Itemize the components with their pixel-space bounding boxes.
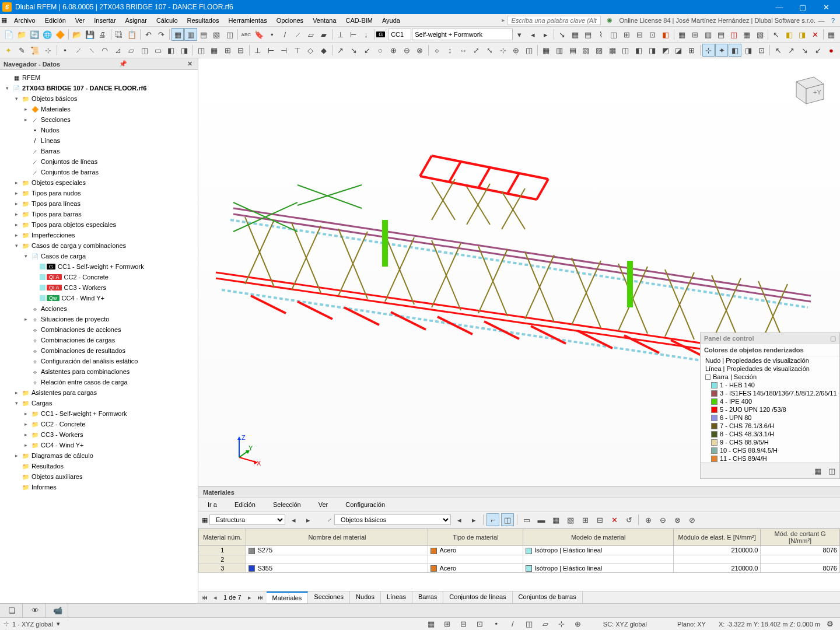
tree-item[interactable]: ⟐ Combinaciones de resultados: [1, 345, 197, 356]
tree-item[interactable]: ▸ 📁 Objetos especiales: [1, 177, 197, 188]
refresh-button[interactable]: 🔄: [28, 28, 40, 41]
j4[interactable]: ◨: [742, 44, 755, 57]
tree-item[interactable]: 📁 Informes: [1, 482, 197, 492]
table-tab-Nudos[interactable]: Nudos: [350, 592, 381, 603]
g4[interactable]: ○: [374, 44, 387, 57]
tree-item[interactable]: ⟋ Barras: [1, 146, 197, 156]
new-file-button[interactable]: 📄: [2, 28, 15, 41]
tree-item[interactable]: ▦ RFEM: [1, 72, 197, 83]
cp-section-item[interactable]: 4 - IPE 400: [709, 397, 839, 405]
f5[interactable]: ◇: [304, 44, 317, 57]
script-btn[interactable]: 📜: [29, 44, 41, 57]
menu-insertar[interactable]: Insertar: [89, 16, 120, 25]
k1[interactable]: ↖: [772, 44, 785, 57]
material-row[interactable]: 3 S355 Acero Isótropo | Elástico lineal …: [199, 564, 840, 573]
tt11[interactable]: ⊕: [642, 513, 654, 526]
minimize-button[interactable]: —: [768, 0, 791, 14]
close-button[interactable]: ✕: [814, 0, 838, 14]
tree-item[interactable]: ▸ 🔶 Materiales: [1, 104, 197, 114]
globe-button[interactable]: 🌐: [41, 28, 54, 41]
menu-opciones[interactable]: Opciones: [272, 16, 308, 25]
structure-select[interactable]: Estructura: [209, 514, 285, 525]
f2[interactable]: ⊢: [264, 44, 277, 57]
obj-prev[interactable]: ◂: [453, 513, 466, 526]
view-btn-2[interactable]: ▧: [211, 28, 223, 41]
cp-section-item[interactable]: 8 - CHS 48.3/3.1/H: [709, 430, 839, 438]
del-btn[interactable]: ✕: [809, 28, 821, 41]
d8[interactable]: ▭: [152, 44, 164, 57]
menu-ver[interactable]: Ver: [71, 16, 90, 25]
tree-item[interactable]: ▸ 📁 Imperfecciones: [1, 230, 197, 240]
g6[interactable]: ⊖: [400, 44, 413, 57]
tree-item[interactable]: ▾ 📁 Cargas: [1, 398, 197, 408]
g2[interactable]: ↘: [348, 44, 360, 57]
bb1[interactable]: ❏: [6, 604, 19, 617]
h2[interactable]: ↕: [443, 44, 456, 57]
copy-button[interactable]: ⿻: [113, 28, 125, 41]
j3[interactable]: ◧: [729, 44, 741, 57]
tree-loadcase[interactable]: QI ACC3 - Workers: [1, 282, 197, 293]
tree-item[interactable]: ▸ 📁 Tipos para barras: [1, 209, 197, 219]
tag-button[interactable]: 🔖: [253, 28, 265, 41]
mat-menu-Ir a[interactable]: Ir a: [203, 500, 222, 509]
h3[interactable]: ↔: [457, 44, 470, 57]
prev-lc[interactable]: ◂: [527, 28, 539, 41]
table-tab-Conjuntos de líneas[interactable]: Conjuntos de líneas: [443, 592, 512, 603]
wire-button[interactable]: ▥: [184, 28, 197, 41]
i9[interactable]: ◨: [646, 44, 659, 57]
k4[interactable]: ↙: [811, 44, 824, 57]
tool-a[interactable]: ⊞: [689, 28, 701, 41]
d4[interactable]: ◠: [99, 44, 111, 57]
tool-b[interactable]: ▥: [702, 28, 714, 41]
mat-menu-Ver[interactable]: Ver: [314, 500, 333, 509]
sb4[interactable]: ⊡: [474, 618, 487, 631]
prev-page[interactable]: ◂: [211, 593, 220, 603]
star-btn[interactable]: ✦: [2, 44, 15, 57]
i12[interactable]: ⊞: [685, 44, 698, 57]
material-row[interactable]: 1 S275 Acero Isótropo | Elástico lineal …: [199, 546, 840, 555]
tree-item[interactable]: 📁 Resultados: [1, 461, 197, 471]
d7[interactable]: ◫: [138, 44, 151, 57]
save-button[interactable]: 💾: [83, 28, 96, 41]
tree-item[interactable]: ▾ 📁 Casos de carga y combinaciones: [1, 240, 197, 251]
tree-item[interactable]: ▸ 📁 CC4 - Wind Y+: [1, 440, 197, 450]
view-cube[interactable]: +Y: [788, 70, 828, 111]
solid-button[interactable]: ▰: [317, 28, 330, 41]
sb1[interactable]: ▦: [425, 618, 438, 631]
wand-btn[interactable]: ✎: [16, 44, 29, 57]
d10[interactable]: ◨: [178, 44, 191, 57]
3d-viewport[interactable]: Z X Y +Y Panel de control▢ Colores de ob…: [198, 58, 840, 487]
cube2-btn[interactable]: ◨: [796, 28, 808, 41]
undo-button[interactable]: ↶: [142, 28, 155, 41]
h5[interactable]: ⤡: [484, 44, 496, 57]
tt14[interactable]: ⊘: [685, 513, 698, 526]
tree-item[interactable]: ▸ 📁 Diagramas de cálculo: [1, 450, 197, 461]
cp-section-item[interactable]: 7 - CHS 76.1/3.6/H: [709, 422, 839, 430]
k2[interactable]: ↗: [785, 44, 798, 57]
last-page[interactable]: ⏭: [254, 593, 267, 602]
sb5[interactable]: •: [490, 618, 503, 631]
cc-number-input[interactable]: [388, 29, 411, 40]
h4[interactable]: ⤢: [470, 44, 483, 57]
tt13[interactable]: ⊗: [671, 513, 684, 526]
tool-e[interactable]: ▦: [741, 28, 753, 41]
grid-btn[interactable]: ⊞: [621, 28, 633, 41]
mat-menu-Configuración[interactable]: Configuración: [341, 500, 390, 509]
navigator-pin-icon[interactable]: 📌: [117, 60, 129, 68]
menu-edición[interactable]: Edición: [40, 16, 71, 25]
tree-item[interactable]: 📁 Objetos auxiliares: [1, 471, 197, 482]
cp-section-item[interactable]: 3 - IS1FES 145/180/136/7.5/8/12.2/65/11: [709, 389, 839, 397]
i7[interactable]: ◫: [620, 44, 632, 57]
grid2-btn[interactable]: ⊟: [634, 28, 646, 41]
tt1[interactable]: ⌐: [487, 513, 499, 526]
f4[interactable]: ⊤: [291, 44, 304, 57]
tt9[interactable]: ✕: [608, 513, 621, 526]
coord-system[interactable]: 1 - XYZ global: [12, 621, 53, 628]
fx-button[interactable]: ↘: [556, 28, 568, 41]
g7[interactable]: ⊗: [414, 44, 426, 57]
e1[interactable]: ◫: [195, 44, 208, 57]
tt8[interactable]: ⊟: [593, 513, 606, 526]
menu-herramientas[interactable]: Herramientas: [224, 16, 272, 25]
cp-section-item[interactable]: 6 - UPN 80: [709, 414, 839, 422]
sb8[interactable]: ▱: [539, 618, 552, 631]
